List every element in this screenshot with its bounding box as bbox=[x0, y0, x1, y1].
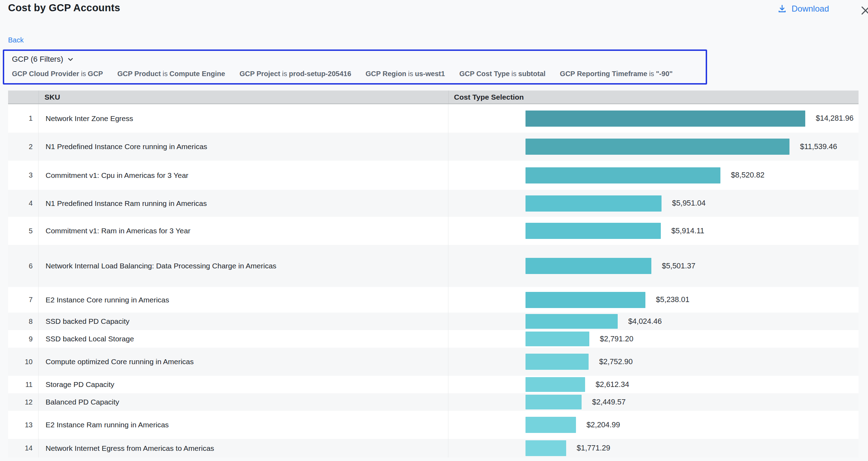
row-index: 12 bbox=[8, 393, 39, 411]
filter-field: GCP Region bbox=[366, 70, 406, 78]
table-row[interactable]: 5Commitment v1: Ram in Americas for 3 Ye… bbox=[8, 217, 859, 245]
close-button[interactable] bbox=[858, 3, 868, 18]
cost-value-label: $2,612.34 bbox=[596, 380, 629, 389]
row-index: 5 bbox=[8, 217, 39, 245]
row-index: 11 bbox=[8, 376, 39, 393]
cost-value-label: $2,752.90 bbox=[599, 358, 633, 366]
row-index: 13 bbox=[8, 411, 39, 439]
download-button[interactable]: Download bbox=[775, 4, 831, 14]
cost-bar-cell: $14,281.96 bbox=[448, 104, 859, 133]
table-row[interactable]: 2N1 Predefined Instance Core running in … bbox=[8, 133, 859, 161]
filter-value: GCP bbox=[88, 70, 103, 78]
cost-value-label: $5,238.01 bbox=[656, 295, 690, 304]
cost-bar-cell: $5,914.11 bbox=[448, 217, 859, 245]
cost-bar-cell: $5,501.37 bbox=[448, 245, 859, 287]
filter-value: "-90" bbox=[656, 70, 673, 78]
cost-bar-cell: $2,752.90 bbox=[448, 348, 859, 376]
row-index: 9 bbox=[8, 330, 39, 348]
cost-bar[interactable] bbox=[525, 440, 566, 456]
page-title: Cost by GCP Accounts bbox=[8, 1, 861, 14]
filter-item[interactable]: GCP Reporting Timeframeis"-90" bbox=[560, 70, 673, 78]
cost-value-label: $2,204.99 bbox=[586, 421, 620, 429]
cost-bar-cell: $2,449.57 bbox=[448, 393, 859, 411]
table-row[interactable]: 11Storage PD Capacity$2,612.34 bbox=[8, 376, 859, 393]
cost-table: SKU Cost Type Selection 1Network Inter Z… bbox=[8, 91, 859, 457]
filter-operator: is bbox=[647, 70, 656, 78]
filter-item[interactable]: GCP Cost Typeissubtotal bbox=[459, 70, 545, 78]
filter-field: GCP Reporting Timeframe bbox=[560, 70, 647, 78]
cost-bar[interactable] bbox=[525, 314, 618, 329]
row-index: 8 bbox=[8, 313, 39, 330]
table-header-sku[interactable]: SKU bbox=[39, 91, 449, 103]
sku-cell: SSD backed PD Capacity bbox=[39, 313, 448, 330]
table-row[interactable]: 10Compute optimized Core running in Amer… bbox=[8, 348, 859, 376]
modal-titlebar: Cost by GCP Accounts Download bbox=[8, 1, 861, 19]
cost-bar-cell: $8,520.82 bbox=[448, 161, 859, 190]
cost-bar[interactable] bbox=[525, 395, 582, 409]
sku-cell: Network Internet Egress from Americas to… bbox=[39, 439, 448, 457]
row-index: 10 bbox=[8, 348, 39, 376]
row-index: 6 bbox=[8, 245, 39, 287]
filter-operator: is bbox=[510, 70, 518, 78]
table-row[interactable]: 14Network Internet Egress from Americas … bbox=[8, 439, 859, 457]
row-index: 2 bbox=[8, 133, 39, 161]
download-label: Download bbox=[792, 4, 829, 14]
filter-group-label: GCP (6 Filters) bbox=[12, 55, 63, 64]
cost-bar[interactable] bbox=[525, 195, 662, 212]
cost-bar-cell: $11,539.46 bbox=[448, 133, 859, 161]
filter-item[interactable]: GCP ProductisCompute Engine bbox=[117, 70, 225, 78]
cost-bar[interactable] bbox=[525, 354, 589, 370]
cost-bar[interactable] bbox=[525, 223, 661, 239]
sku-cell: Network Inter Zone Egress bbox=[39, 104, 448, 133]
cost-bar[interactable] bbox=[525, 332, 589, 346]
sku-cell: E2 Instance Ram running in Americas bbox=[39, 411, 448, 439]
cost-bar[interactable] bbox=[525, 292, 645, 308]
filter-item[interactable]: GCP Cloud ProviderisGCP bbox=[12, 70, 103, 78]
filter-group-dropdown[interactable]: GCP (6 Filters) bbox=[12, 55, 74, 64]
cost-bar-cell: $1,771.29 bbox=[448, 439, 859, 457]
download-icon bbox=[778, 4, 787, 14]
sku-cell: Commitment v1: Ram in Americas for 3 Yea… bbox=[39, 217, 448, 245]
table-row[interactable]: 6Network Internal Load Balancing: Data P… bbox=[8, 245, 859, 287]
cost-value-label: $5,501.37 bbox=[662, 262, 696, 270]
sku-cell: E2 Instance Core running in Americas bbox=[39, 287, 448, 313]
cost-bar[interactable] bbox=[525, 111, 805, 127]
table-row[interactable]: 9SSD backed Local Storage$2,791.20 bbox=[8, 330, 859, 348]
cost-bar[interactable] bbox=[525, 417, 576, 433]
cost-bar[interactable] bbox=[525, 139, 789, 155]
filter-value: prod-setup-205416 bbox=[289, 70, 351, 78]
table-row[interactable]: 1Network Inter Zone Egress$14,281.96 bbox=[8, 104, 859, 133]
filter-item[interactable]: GCP Projectisprod-setup-205416 bbox=[239, 70, 351, 78]
sku-cell: SSD backed Local Storage bbox=[39, 330, 448, 348]
filter-value: us-west1 bbox=[415, 70, 445, 78]
table-header-cost-type-selection[interactable]: Cost Type Selection bbox=[449, 91, 859, 103]
close-icon bbox=[858, 3, 868, 18]
table-row[interactable]: 7E2 Instance Core running in Americas$5,… bbox=[8, 287, 859, 313]
table-row[interactable]: 3Commitment v1: Cpu in Americas for 3 Ye… bbox=[8, 161, 859, 190]
cost-value-label: $1,771.29 bbox=[577, 444, 610, 453]
cost-value-label: $8,520.82 bbox=[731, 171, 765, 180]
cost-bar[interactable] bbox=[525, 258, 651, 274]
row-index: 3 bbox=[8, 161, 39, 190]
cost-bar[interactable] bbox=[525, 167, 720, 183]
cost-value-label: $11,539.46 bbox=[800, 142, 837, 151]
cost-value-label: $5,914.11 bbox=[671, 227, 704, 235]
cost-bar-cell: $5,238.01 bbox=[448, 287, 859, 313]
back-link[interactable]: Back bbox=[8, 36, 23, 44]
filter-value: subtotal bbox=[518, 70, 545, 78]
table-row[interactable]: 12Balanced PD Capacity$2,449.57 bbox=[8, 393, 859, 411]
row-index: 14 bbox=[8, 439, 39, 457]
cost-value-label: $2,449.57 bbox=[592, 398, 626, 407]
table-row[interactable]: 4N1 Predefined Instance Ram running in A… bbox=[8, 190, 859, 217]
table-row[interactable]: 8SSD backed PD Capacity$4,024.46 bbox=[8, 313, 859, 330]
cost-value-label: $14,281.96 bbox=[816, 114, 854, 123]
table-header-row: SKU Cost Type Selection bbox=[8, 91, 859, 104]
sku-cell: Storage PD Capacity bbox=[39, 376, 448, 393]
sku-cell: N1 Predefined Instance Core running in A… bbox=[39, 133, 448, 161]
filter-item[interactable]: GCP Regionisus-west1 bbox=[366, 70, 445, 78]
filter-operator: is bbox=[406, 70, 415, 78]
cost-bar[interactable] bbox=[525, 377, 585, 392]
cost-bar-cell: $2,612.34 bbox=[448, 376, 859, 393]
sku-cell: N1 Predefined Instance Ram running in Am… bbox=[39, 190, 448, 217]
table-row[interactable]: 13E2 Instance Ram running in Americas$2,… bbox=[8, 411, 859, 439]
